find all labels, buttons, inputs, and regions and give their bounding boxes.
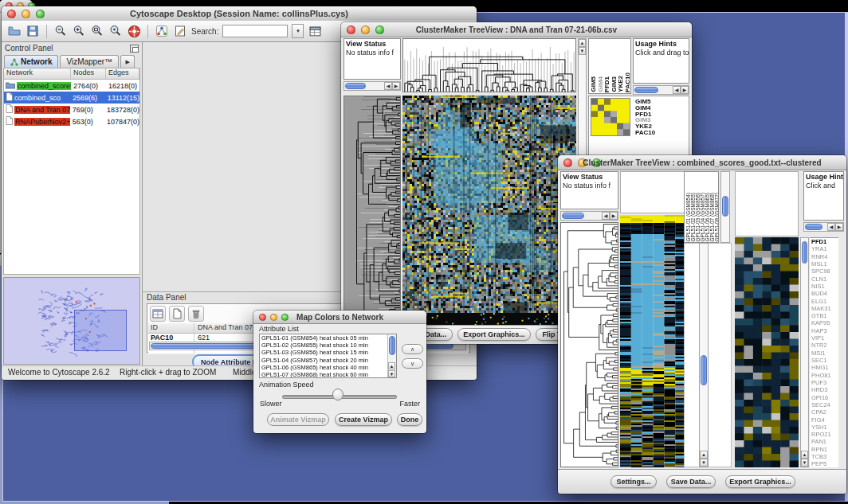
treeview2-titlebar[interactable]: ClusterMaker TreeView : combined_scores_… [558, 155, 846, 170]
attribute-item[interactable]: GPL51-04 (GSM857) heat shock 20 min [261, 357, 396, 364]
heatmap-scrollbar[interactable]: ▲ ▼ [699, 243, 709, 467]
network-row[interactable]: RNAPuberNov2+563(0)107847(0) [4, 115, 139, 127]
list-scrollbar[interactable]: ▲ ▼ [387, 334, 396, 377]
gene-label[interactable]: KAP95 [811, 319, 838, 326]
network-row[interactable]: combined_scores2764(0)16218(0) [4, 80, 139, 92]
treeview1-titlebar[interactable]: ClusterMaker TreeView : DNA and Tran 07-… [341, 22, 692, 37]
gene-label[interactable]: VIP1 [811, 334, 838, 342]
scroll-right-icon[interactable]: ▶ [392, 82, 400, 90]
hints-scrollbar[interactable]: ◀ ▶ [803, 222, 844, 232]
close-button[interactable] [259, 314, 266, 321]
gene-label[interactable]: GTB1 [811, 312, 838, 319]
gene-label[interactable]: BUD4 [811, 290, 838, 297]
gene-label[interactable]: PHO81 [811, 372, 838, 379]
gene-label[interactable]: PUF3 [811, 379, 838, 386]
correlation-matrix[interactable] [591, 98, 630, 136]
network-row[interactable]: DNA and Tran 07769(0)183728(0) [4, 104, 139, 115]
open-folder-icon[interactable] [7, 25, 22, 38]
annotation-icon[interactable] [173, 25, 187, 38]
scroll-left-icon[interactable]: ◀ [827, 223, 835, 231]
gene-label[interactable]: HRD3 [811, 386, 838, 393]
gene-label[interactable]: PEP5 [811, 460, 838, 467]
gene-label[interactable]: CPA2 [811, 408, 838, 416]
array-label[interactable]: PFD1 [603, 76, 610, 92]
gene-label[interactable]: HAP3 [811, 327, 838, 334]
status-scrollbar[interactable]: ◀ ▶ [344, 81, 401, 91]
export-graphics-button[interactable]: Export Graphics... [725, 475, 795, 488]
attribute-item[interactable]: GPL51-02 (GSM855) heat shock 10 min [261, 342, 396, 349]
zoom-out-icon[interactable] [53, 25, 68, 38]
scroll-up-icon[interactable]: ▲ [700, 451, 708, 459]
export-graphics-button[interactable]: Export Graphics... [457, 328, 531, 341]
create-vizmap-button[interactable]: Create Vizmap [335, 413, 392, 426]
dialog-titlebar[interactable]: Map Colors to Network [253, 311, 426, 324]
delete-attribute-icon[interactable] [188, 306, 204, 322]
close-button[interactable] [7, 10, 16, 18]
scroll-right-icon[interactable]: ▶ [681, 86, 689, 94]
scroll-right-icon[interactable]: ▶ [610, 212, 618, 220]
gene-label[interactable]: HMG1 [811, 364, 838, 371]
attribute-item[interactable]: GPL51-03 (GSM856) heat shock 15 min [261, 349, 396, 356]
gene-label[interactable]: TCB3 [811, 453, 838, 460]
gene-label[interactable]: PAN1 [811, 438, 838, 445]
animate-vizmap-button[interactable]: Animate Vizmap [267, 413, 329, 426]
scroll-down-icon[interactable]: ▼ [579, 47, 586, 55]
move-up-button[interactable]: ∧ [402, 344, 423, 354]
gene-label[interactable]: PAC10 [635, 130, 655, 136]
gene-label[interactable]: MSL1 [811, 260, 838, 268]
network-list-header[interactable]: Network Nodes Edges [4, 68, 139, 80]
gene-label[interactable]: MSI1 [811, 350, 838, 357]
attribute-list[interactable]: GPL51-01 (GSM854) heat shock 05 minGPL51… [259, 334, 397, 378]
gene-label[interactable]: MAK31 [811, 305, 838, 312]
attribute-item[interactable]: GPL51-06 (GSM865) heat shock 40 min [261, 364, 396, 371]
scroll-left-icon[interactable]: ◀ [673, 86, 681, 94]
array-label[interactable]: YKE2 [617, 76, 624, 92]
scroll-right-icon[interactable]: ▶ [835, 223, 843, 231]
global-heatmap[interactable] [402, 96, 576, 326]
attribute-item[interactable]: GPL51-01 (GSM854) heat shock 05 min [261, 334, 396, 342]
vizmapper-icon[interactable] [155, 25, 169, 38]
scroll-down-icon[interactable]: ▼ [801, 459, 808, 467]
gene-label[interactable]: NIS1 [811, 283, 838, 290]
tab-vizmapper[interactable]: VizMapper™ [60, 55, 119, 68]
zoom-scrollbar[interactable]: ▲ ▼ [800, 237, 809, 467]
scroll-down-icon[interactable]: ▼ [388, 370, 395, 377]
search-dropdown-icon[interactable]: ▼ [292, 24, 304, 38]
row-dendrogram[interactable] [344, 96, 401, 326]
gene-label[interactable]: SEC1 [811, 357, 838, 364]
network-row[interactable]: combined_sco2569(6)13112(15) [4, 92, 139, 104]
scroll-up-icon[interactable]: ▲ [388, 362, 395, 369]
main-titlebar[interactable]: Cytoscape Desktop (Session Name: collins… [2, 6, 477, 21]
gene-label[interactable]: YSH1 [811, 424, 838, 431]
gene-label[interactable]: FIG4 [811, 416, 838, 424]
select-attributes-icon[interactable] [150, 306, 166, 322]
tab-network[interactable]: Network [4, 55, 58, 68]
label-scrollbar[interactable] [720, 171, 730, 243]
close-button[interactable] [563, 158, 572, 167]
scroll-left-icon[interactable]: ◀ [602, 212, 610, 220]
done-button[interactable]: Done [397, 413, 422, 426]
viewport-rect[interactable] [74, 310, 127, 351]
attribute-item[interactable]: GPL51-07 (GSM868) heat shock 60 min [261, 371, 396, 378]
gene-label[interactable]: SEC24 [811, 401, 838, 408]
gene-label[interactable]: GPI16 [811, 394, 838, 401]
scroll-up-icon[interactable]: ▲ [801, 451, 808, 459]
gene-label[interactable]: SPC98 [811, 268, 838, 275]
float-panel-icon[interactable] [130, 45, 139, 53]
birds-eye-view[interactable] [3, 277, 140, 365]
array-label[interactable]: GIM5 [590, 76, 597, 92]
status-scrollbar[interactable]: ◀ ▶ [560, 211, 618, 221]
gene-label[interactable]: RNR4 [811, 253, 838, 260]
zoom-heatmap[interactable] [735, 237, 799, 467]
tab-overflow-button[interactable]: ▶ [120, 55, 135, 68]
array-label[interactable]: GIM4 [597, 76, 604, 92]
gene-label[interactable]: PFD1 [811, 238, 838, 245]
save-icon[interactable] [26, 25, 40, 38]
zoom-fit-icon[interactable] [90, 25, 104, 38]
gene-label[interactable]: CLN1 [811, 275, 838, 283]
scroll-up-icon[interactable]: ▲ [579, 39, 586, 47]
settings-button[interactable]: Settings... [610, 475, 657, 488]
scroll-left-icon[interactable]: ◀ [384, 82, 392, 90]
search-input[interactable] [222, 25, 288, 37]
gene-label[interactable]: RPO21 [811, 431, 838, 438]
